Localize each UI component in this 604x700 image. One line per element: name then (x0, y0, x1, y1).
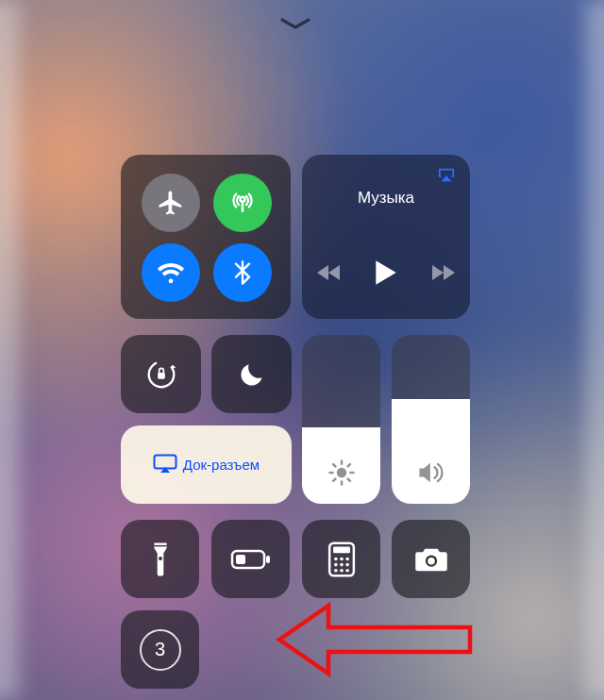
svg-point-21 (428, 557, 435, 564)
svg-point-3 (336, 468, 346, 478)
transport-controls (302, 258, 470, 291)
media-title: Музыка (302, 189, 470, 208)
countdown-value: 3 (155, 639, 165, 660)
svg-point-16 (345, 562, 349, 566)
svg-point-12 (340, 557, 344, 560)
svg-point-19 (345, 568, 349, 572)
cellular-data-toggle[interactable] (213, 174, 272, 232)
sun-icon (302, 458, 380, 487)
rotation-lock-icon (143, 357, 179, 392)
volume-slider[interactable] (392, 335, 470, 504)
svg-point-17 (334, 568, 338, 572)
calculator-button[interactable] (302, 520, 380, 598)
brightness-slider[interactable] (302, 335, 380, 504)
bluetooth-toggle[interactable] (213, 243, 272, 302)
svg-rect-2 (154, 455, 176, 468)
screen-mirror-icon (153, 454, 177, 476)
connectivity-group (121, 155, 291, 319)
svg-point-13 (345, 557, 349, 560)
control-center: Музыка (92, 0, 498, 700)
wifi-icon (156, 258, 186, 288)
airplane-icon (157, 189, 185, 217)
moon-icon (237, 359, 267, 390)
svg-rect-8 (236, 555, 245, 564)
camera-icon (413, 545, 449, 574)
volume-fill (392, 399, 470, 504)
rotation-lock-toggle[interactable] (121, 335, 201, 413)
svg-rect-10 (333, 546, 350, 553)
play-icon (374, 258, 398, 287)
wifi-toggle[interactable] (142, 243, 200, 302)
do-not-disturb-toggle[interactable] (211, 335, 292, 413)
media-playback-group[interactable]: Музыка (302, 155, 470, 319)
calculator-icon (327, 542, 356, 577)
camera-button[interactable] (392, 520, 470, 598)
svg-point-4 (159, 556, 162, 559)
skip-forward-icon (430, 263, 455, 282)
page-margin-right (585, 0, 604, 700)
screen-mirroring-label: Док-разъем (183, 457, 260, 473)
next-track-button[interactable] (430, 263, 455, 286)
svg-point-11 (334, 557, 338, 560)
svg-rect-1 (158, 373, 165, 379)
svg-point-15 (340, 562, 344, 566)
cellular-icon (228, 189, 257, 217)
screen-mirroring-button[interactable]: Док-разъем (121, 425, 292, 504)
svg-point-18 (340, 568, 344, 572)
svg-rect-5 (154, 544, 166, 545)
countdown-ring: 3 (140, 629, 181, 671)
speaker-icon (392, 458, 470, 487)
airplay-active-icon (436, 166, 457, 187)
control-center-screenshot: Музыка (0, 0, 604, 700)
previous-track-button[interactable] (317, 263, 342, 286)
skip-back-icon (317, 263, 342, 282)
play-button[interactable] (374, 258, 398, 291)
svg-point-14 (334, 562, 338, 566)
dismiss-chevron-icon[interactable] (279, 15, 311, 32)
page-margin-left (0, 0, 19, 700)
airplane-mode-toggle[interactable] (142, 174, 200, 232)
bluetooth-icon (229, 259, 256, 286)
flashlight-button[interactable] (121, 520, 199, 598)
flashlight-icon (150, 541, 171, 578)
svg-rect-7 (266, 556, 270, 563)
low-power-icon (230, 548, 272, 571)
low-power-mode-button[interactable] (211, 520, 290, 598)
screen-record-button[interactable]: 3 (121, 610, 199, 689)
